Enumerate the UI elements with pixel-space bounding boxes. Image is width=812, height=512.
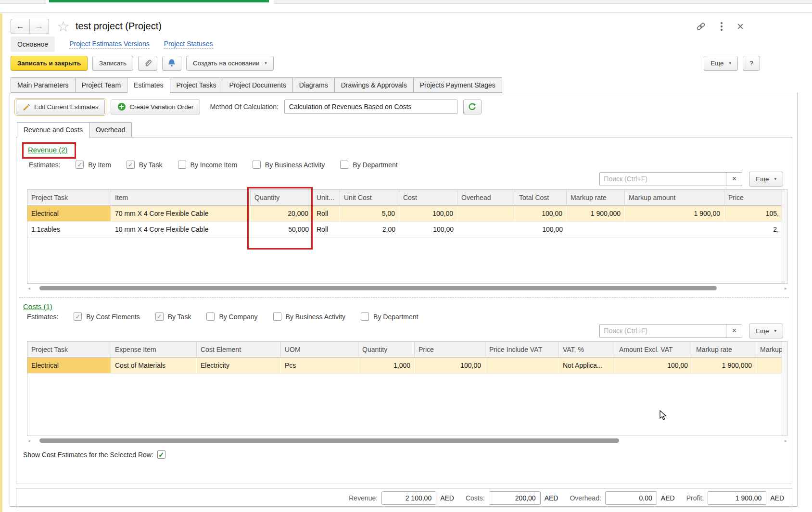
cell-price[interactable]: 2, xyxy=(724,222,782,237)
checkbox-by-cost-elements[interactable]: ✓ xyxy=(74,312,82,321)
table-row[interactable]: Electrical Cost of Materials Electricity… xyxy=(27,358,782,374)
scroll-right-icon[interactable]: ▸ xyxy=(785,438,787,443)
search-clear-button[interactable]: × xyxy=(726,173,742,186)
checkbox-by-department[interactable] xyxy=(340,161,348,169)
cell-total-cost[interactable]: 100,00 xyxy=(515,206,567,222)
column-header[interactable]: Project Task xyxy=(27,190,111,206)
help-button[interactable]: ? xyxy=(743,56,760,71)
costs-horizontal-scrollbar[interactable]: ◂ ▸ xyxy=(27,437,788,444)
cell-markup-rate[interactable] xyxy=(567,222,625,237)
cell-price-include-vat[interactable] xyxy=(485,358,559,374)
scrollbar-thumb[interactable] xyxy=(39,438,619,443)
cell-price[interactable]: 105, xyxy=(724,206,782,222)
nav-item-project-statuses[interactable]: Project Statuses xyxy=(164,40,213,49)
revenue-total-field[interactable]: 2 100,00 xyxy=(381,491,436,505)
checkbox-by-item[interactable]: ✓ xyxy=(76,161,84,169)
column-header[interactable]: Markup rate xyxy=(567,190,625,206)
cell-quantity[interactable]: 50,000 xyxy=(251,222,313,237)
more-button-revenue[interactable]: Еще ▾ xyxy=(749,172,783,187)
cell-unit[interactable]: Roll xyxy=(313,206,340,222)
cell-amount-excl-vat[interactable]: 100,00 xyxy=(615,358,692,374)
tab-project-tasks[interactable]: Project Tasks xyxy=(170,77,223,93)
save-and-close-button[interactable]: Записать и закрыть xyxy=(11,56,88,71)
cell-overhead[interactable] xyxy=(457,206,515,222)
search-input[interactable] xyxy=(600,325,726,337)
column-header[interactable]: Overhead xyxy=(457,190,515,206)
checkbox-by-business-activity[interactable] xyxy=(273,312,281,321)
cell-unit-cost[interactable]: 5,00 xyxy=(340,206,399,222)
cell-vat-percent[interactable]: Not Applica... xyxy=(559,358,615,374)
search-clear-button[interactable]: × xyxy=(726,325,742,337)
subtab-revenue-and-costs[interactable]: Revenue and Costs xyxy=(17,122,89,138)
tab-payment-stages[interactable]: Projects Payment Stages xyxy=(413,77,502,93)
create-based-on-button[interactable]: Создать на основании ▾ xyxy=(186,56,274,71)
costs-total-field[interactable]: 200,00 xyxy=(489,491,541,505)
column-header[interactable]: Project Task xyxy=(27,342,111,358)
save-button[interactable]: Записать xyxy=(92,56,133,71)
column-header[interactable]: Markup rate xyxy=(692,342,756,358)
cell-markup-rate[interactable]: 1 900,000 xyxy=(567,206,625,222)
more-button-costs[interactable]: Еще ▾ xyxy=(749,324,783,338)
close-button[interactable]: × xyxy=(737,21,744,32)
vertical-scrollbar[interactable] xyxy=(782,189,788,284)
column-header[interactable]: Price xyxy=(415,342,485,358)
method-of-calculation-field[interactable]: Calculation of Revenues Based on Costs xyxy=(284,100,457,114)
column-header[interactable]: Markup amount xyxy=(625,190,724,206)
column-header[interactable]: Price Include VAT xyxy=(485,342,559,358)
column-header[interactable]: Item xyxy=(111,190,251,206)
scrollbar-thumb[interactable] xyxy=(39,286,717,290)
column-header[interactable]: Quantity xyxy=(251,190,313,206)
window-menu-button[interactable] xyxy=(721,22,723,31)
cell-project-task[interactable]: Electrical xyxy=(27,206,111,222)
tab-estimates[interactable]: Estimates xyxy=(127,77,170,93)
checkbox-by-income-item[interactable] xyxy=(178,161,186,169)
vertical-scrollbar[interactable] xyxy=(782,341,788,436)
cell-overhead[interactable] xyxy=(457,222,515,237)
column-header[interactable]: Total Cost xyxy=(515,190,567,206)
column-header[interactable]: Cost Element xyxy=(197,342,281,358)
search-input[interactable] xyxy=(600,173,726,186)
tab-project-documents[interactable]: Project Documents xyxy=(223,77,293,93)
cell-unit[interactable]: Roll xyxy=(313,222,340,237)
cell-cost[interactable]: 100,00 xyxy=(399,222,457,237)
cell-item[interactable]: 70 mm X 4 Core Flexible Cable xyxy=(111,206,251,222)
cell-quantity[interactable]: 1,000 xyxy=(358,358,415,374)
column-header[interactable]: Expense Item xyxy=(111,342,197,358)
cell-project-task[interactable]: Electrical xyxy=(27,358,111,374)
cell-total-cost[interactable]: 100,00 xyxy=(515,222,567,237)
column-header[interactable]: Quantity xyxy=(358,342,415,358)
column-header[interactable]: Price xyxy=(724,190,782,206)
active-browser-tab[interactable] xyxy=(46,0,274,4)
copy-link-button[interactable] xyxy=(696,21,706,32)
cell-markup-amount[interactable]: 1 900,00 xyxy=(625,206,724,222)
checkbox-by-company[interactable] xyxy=(206,312,215,321)
show-cost-estimates-checkbox[interactable]: ✓ xyxy=(157,450,165,459)
forward-button[interactable]: → xyxy=(30,19,49,34)
column-header[interactable]: Unit Cost xyxy=(340,190,399,206)
cell-project-task[interactable]: 1.1cables xyxy=(27,222,111,237)
notifications-button[interactable] xyxy=(162,56,181,71)
tab-project-team[interactable]: Project Team xyxy=(75,77,127,93)
column-header[interactable]: VAT, % xyxy=(559,342,615,358)
cell-price[interactable]: 100,00 xyxy=(415,358,485,374)
overhead-total-field[interactable]: 0,00 xyxy=(605,491,657,505)
tab-main-parameters[interactable]: Main Parameters xyxy=(11,77,76,93)
column-header[interactable]: UOM xyxy=(281,342,358,358)
cell-markup-amount[interactable] xyxy=(625,222,724,237)
attachments-button[interactable] xyxy=(138,56,157,71)
tab-drawings-approvals[interactable]: Drawings & Approvals xyxy=(334,77,414,93)
column-header[interactable]: Cost xyxy=(399,190,457,206)
cell-quantity[interactable]: 20,000 xyxy=(251,206,313,222)
checkbox-by-task[interactable]: ✓ xyxy=(155,312,164,321)
cell-unit-cost[interactable]: 2,00 xyxy=(340,222,399,237)
costs-section-link[interactable]: Costs (1) xyxy=(23,302,52,311)
revenue-horizontal-scrollbar[interactable]: ◂ ▸ xyxy=(27,285,788,291)
checkbox-by-business-activity[interactable] xyxy=(253,161,261,169)
column-header[interactable]: Unit... xyxy=(313,190,340,206)
create-variation-order-button[interactable]: Create Variation Order xyxy=(111,100,200,114)
scroll-left-icon[interactable]: ◂ xyxy=(28,286,30,291)
table-row[interactable]: Electrical 70 mm X 4 Core Flexible Cable… xyxy=(27,206,782,222)
cell-expense-item[interactable]: Cost of Materials xyxy=(111,358,197,374)
scroll-left-icon[interactable]: ◂ xyxy=(28,438,30,443)
cell-markup[interactable] xyxy=(756,358,782,374)
